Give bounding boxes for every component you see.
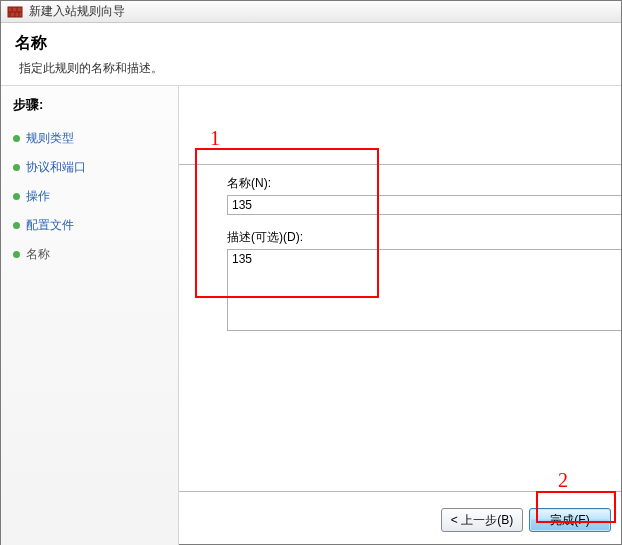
description-input[interactable]	[227, 249, 621, 331]
bullet-icon	[13, 251, 20, 258]
sidebar-item-label: 操作	[26, 188, 50, 205]
window-title: 新建入站规则向导	[29, 3, 125, 20]
sidebar-item-rule-type[interactable]: 规则类型	[13, 124, 178, 153]
bullet-icon	[13, 164, 20, 171]
wizard-body: 步骤: 规则类型 协议和端口 操作 配置文件	[1, 86, 621, 545]
steps-label: 步骤:	[13, 96, 178, 114]
description-label: 描述(可选)(D):	[227, 229, 621, 246]
sidebar-item-label: 名称	[26, 246, 50, 263]
page-subtitle: 指定此规则的名称和描述。	[19, 60, 607, 77]
back-button[interactable]: < 上一步(B)	[441, 508, 523, 532]
form-panel: 名称(N): 描述(可选)(D):	[179, 164, 621, 492]
bullet-icon	[13, 135, 20, 142]
page-title: 名称	[15, 33, 607, 54]
sidebar-item-protocol-port[interactable]: 协议和端口	[13, 153, 178, 182]
sidebar-item-label: 规则类型	[26, 130, 74, 147]
titlebar: 新建入站规则向导	[1, 1, 621, 23]
sidebar-item-profile[interactable]: 配置文件	[13, 211, 178, 240]
sidebar-item-label: 协议和端口	[26, 159, 86, 176]
wizard-window: 新建入站规则向导 名称 指定此规则的名称和描述。 步骤: 规则类型 协议和端口 …	[0, 0, 622, 545]
wizard-header: 名称 指定此规则的名称和描述。	[1, 23, 621, 86]
finish-button[interactable]: 完成(F)	[529, 508, 611, 532]
sidebar-item-action[interactable]: 操作	[13, 182, 178, 211]
bullet-icon	[13, 222, 20, 229]
wizard-buttons: < 上一步(B) 完成(F)	[441, 508, 611, 532]
firewall-icon	[7, 4, 23, 20]
name-input[interactable]	[227, 195, 621, 215]
wizard-content: 名称(N): 描述(可选)(D): < 上一步(B) 完成(F)	[179, 86, 621, 545]
sidebar-item-label: 配置文件	[26, 217, 74, 234]
name-label: 名称(N):	[227, 175, 621, 192]
sidebar-item-name[interactable]: 名称	[13, 240, 178, 269]
bullet-icon	[13, 193, 20, 200]
steps-sidebar: 步骤: 规则类型 协议和端口 操作 配置文件	[1, 86, 179, 545]
